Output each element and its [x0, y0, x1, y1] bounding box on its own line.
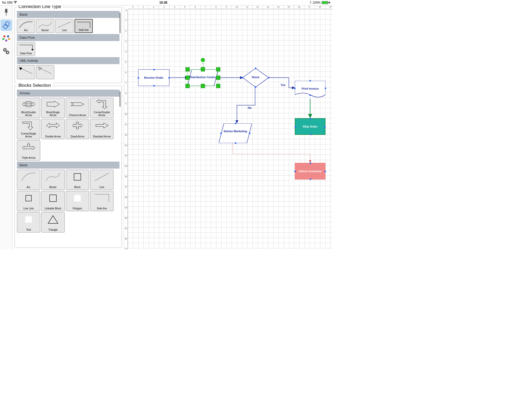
- svg-line-20: [95, 173, 109, 181]
- edge-yes-label: Yes: [281, 83, 285, 87]
- svg-point-9: [2, 38, 4, 40]
- svg-rect-4: [6, 12, 6, 16]
- palette-area: Connection Line Type Basic Arc Bezier Li…: [12, 5, 124, 249]
- edge-no-label: No: [248, 106, 252, 109]
- block-quad[interactable]: Quad Arrow: [66, 119, 89, 139]
- ruler-horizontal: 012345678910111213141516171819: [128, 5, 332, 9]
- svg-point-11: [5, 39, 7, 42]
- svg-line-17: [20, 68, 32, 74]
- block-group-basic[interactable]: Basic: [17, 162, 119, 169]
- node-receive-order[interactable]: Receive Order: [138, 69, 169, 86]
- basic-triangle[interactable]: Triangle: [41, 212, 65, 232]
- conn-group-basic[interactable]: Basic: [17, 11, 119, 18]
- block-cornerdouble[interactable]: CornerDouble Arrow: [90, 98, 114, 118]
- conn-group-uml[interactable]: UML Activity: [17, 57, 119, 64]
- left-toolbar: [0, 5, 12, 249]
- svg-rect-21: [26, 195, 31, 201]
- svg-point-15: [7, 52, 8, 53]
- pin-tool[interactable]: [1, 6, 12, 18]
- blocks-title: Blocks Selection: [17, 83, 52, 88]
- block-standard[interactable]: Standard Arrow: [90, 119, 114, 139]
- conn-dataflow[interactable]: Data Flow: [17, 42, 35, 56]
- node-stock[interactable]: Stock: [243, 68, 269, 87]
- wifi-icon: [14, 1, 17, 4]
- block-chevron[interactable]: Chevron Arrow: [66, 98, 89, 118]
- svg-rect-22: [50, 195, 56, 202]
- connection-line-panel: Connection Line Type Basic Arc Bezier Li…: [15, 7, 122, 83]
- conn-uml-1[interactable]: [17, 65, 35, 79]
- svg-rect-19: [74, 174, 81, 180]
- svg-line-18: [39, 68, 52, 74]
- battery-icon: [322, 1, 330, 4]
- block-group-arrows[interactable]: Arrows: [17, 90, 119, 97]
- conn-side-line[interactable]: Side line: [75, 19, 93, 33]
- basic-line[interactable]: Line: [90, 170, 114, 190]
- ruler-vertical: 01234567891011121314151617181920212223: [124, 9, 128, 249]
- panel-scrollbar[interactable]: [119, 12, 121, 33]
- node-distribution-centre[interactable]: Distribution Centre: [188, 69, 218, 86]
- blocks-panel: Blocks Selection Arrows BlockDouble Arro…: [15, 86, 122, 248]
- canvas[interactable]: Receive Order Distribution Centre Stock: [128, 9, 332, 249]
- shapes-tool[interactable]: [1, 19, 12, 31]
- basic-linejoin[interactable]: Line Join: [17, 191, 40, 211]
- basic-bezier[interactable]: Bezier: [41, 170, 65, 190]
- block-blocksingle[interactable]: BlockSingle Arrow: [41, 98, 65, 118]
- status-left: No SIM: [2, 1, 17, 4]
- svg-point-14: [4, 49, 5, 51]
- basic-block[interactable]: Block: [66, 170, 89, 190]
- svg-line-16: [58, 22, 71, 28]
- blocks-scrollbar[interactable]: [119, 91, 121, 107]
- conn-arc[interactable]: Arc: [17, 19, 35, 33]
- conn-bezier[interactable]: Bezier: [36, 19, 54, 33]
- connection-line-title: Connection Line Type: [17, 5, 63, 9]
- status-time: 10:28: [159, 1, 167, 4]
- node-print-invoice[interactable]: Print Invoice: [295, 81, 325, 98]
- conn-line[interactable]: Line: [55, 19, 74, 33]
- conn-group-dataflow[interactable]: Data Flow: [17, 34, 119, 41]
- status-right: 100%: [309, 1, 330, 5]
- basic-arc[interactable]: Arc: [17, 170, 40, 190]
- main-container: Connection Line Type Basic Arc Bezier Li…: [0, 5, 332, 249]
- basic-polygon[interactable]: Polygon: [66, 191, 89, 211]
- svg-point-7: [3, 35, 5, 37]
- svg-marker-31: [219, 123, 252, 143]
- conn-uml-2[interactable]: [36, 65, 54, 79]
- svg-point-10: [8, 38, 10, 40]
- svg-point-0: [15, 3, 16, 4]
- node-ship-order[interactable]: Ship Order: [295, 118, 325, 135]
- bluetooth-icon: [309, 1, 311, 5]
- sim-label: No SIM: [2, 1, 12, 4]
- svg-rect-3: [328, 2, 329, 3]
- svg-point-8: [7, 35, 9, 37]
- node-advise-marketing[interactable]: Advise Marketing: [219, 123, 252, 143]
- block-cornersingle[interactable]: CornerSingle Arrow: [17, 119, 40, 139]
- svg-rect-23: [74, 195, 81, 202]
- block-double[interactable]: Double Arrow: [41, 119, 65, 139]
- colors-tool[interactable]: [1, 32, 12, 44]
- node-inform-customer[interactable]: Inform Customer: [295, 163, 325, 179]
- basic-sideline[interactable]: Side line: [90, 191, 114, 211]
- canvas-area[interactable]: 012345678910111213141516171819 012345678…: [124, 5, 332, 249]
- block-triple[interactable]: Triple Arrow: [17, 140, 40, 161]
- svg-rect-2: [322, 1, 328, 4]
- status-bar: No SIM 10:28 100%: [0, 0, 332, 5]
- settings-tool[interactable]: [1, 45, 12, 57]
- block-blockdouble[interactable]: BlockDouble Arrow: [17, 98, 40, 118]
- svg-rect-24: [25, 216, 32, 223]
- battery-label: 100%: [312, 1, 321, 4]
- basic-text[interactable]: Text: [17, 212, 40, 232]
- basic-linkable[interactable]: Linkable Block: [41, 191, 65, 211]
